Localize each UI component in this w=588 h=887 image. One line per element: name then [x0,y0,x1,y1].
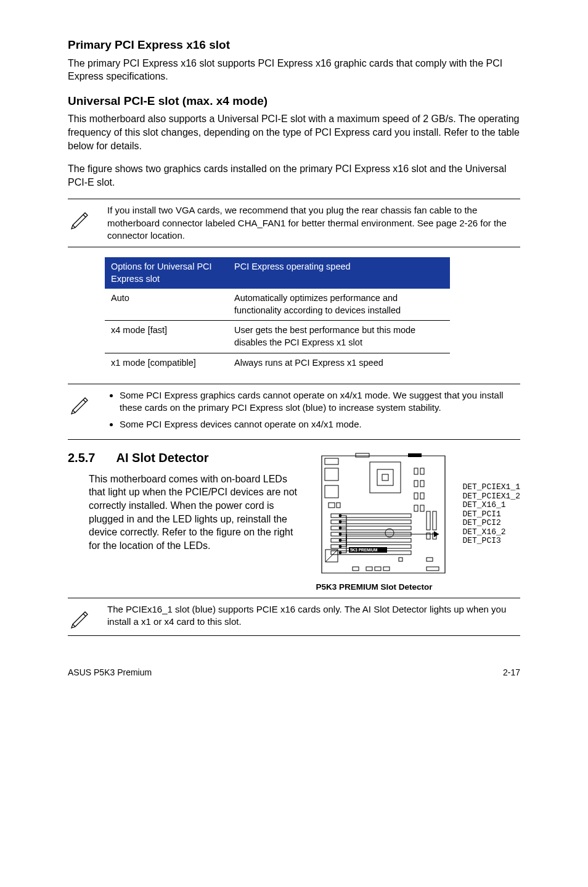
svg-rect-43 [383,567,390,571]
note-text-vga: If you install two VGA cards, we recomme… [107,204,518,242]
diagram-board-model-label: 5K3 PREMIUM [350,548,377,552]
svg-rect-40 [353,567,359,571]
note-text-pciex16-1: The PCIEx16_1 slot (blue) supports PCIE … [107,603,518,630]
svg-rect-15 [337,503,340,508]
table-cell-speed: User gets the best performance but this … [228,321,450,353]
note-bullet: Some PCI Express graphics cards cannot o… [120,389,518,415]
table-row: x1 mode [compatible] Always runs at PCI … [105,353,450,373]
pencil-icon [68,389,95,434]
svg-rect-6 [420,481,424,487]
options-table: Options for Universal PCI Express slot P… [105,257,450,373]
table-cell-option: Auto [105,289,228,321]
svg-rect-14 [329,503,335,508]
svg-rect-10 [420,505,424,511]
svg-rect-44 [427,567,439,571]
svg-rect-3 [414,468,418,474]
footer-left: ASUS P5K3 Premium [68,667,152,679]
note-text-pcie-mode: Some PCI Express graphics cards cannot o… [107,389,518,434]
svg-rect-7 [414,493,418,499]
svg-rect-8 [420,493,424,499]
table-cell-speed: Always runs at PCI Express x1 speed [228,353,450,373]
svg-rect-32 [433,511,436,530]
svg-rect-31 [427,511,430,530]
table-row: x4 mode [fast] User gets the best perfor… [105,321,450,353]
paragraph-universal-p1: This motherboard also supports a Univers… [68,112,520,152]
section-heading-universal-pcie: Universal PCI-E slot (max. x4 mode) [68,93,520,109]
table-header-options: Options for Universal PCI Express slot [105,257,228,289]
svg-rect-13 [325,485,338,498]
paragraph-universal-p2: The figure shows two graphics cards inst… [68,162,520,189]
diagram-caption: P5K3 PREMIUM Slot Detector [316,582,520,593]
note-block-pciex16-1: The PCIEx16_1 slot (blue) supports PCIE … [68,598,520,636]
diagram-callout-labels: DET_PCIEX1_1 DET_PCIEX1_2 DET_X16_1 DET_… [462,483,520,546]
table-row: Auto Automatically optimizes performance… [105,289,450,321]
section-title-ai-slot: AI Slot Detector [116,450,208,466]
svg-rect-9 [414,505,418,511]
svg-rect-46 [408,453,422,457]
svg-rect-12 [325,468,338,481]
table-header-speed: PCI Express operating speed [228,257,450,289]
svg-rect-45 [356,453,369,457]
svg-rect-1 [377,469,393,485]
paragraph-primary-pciex16: The primary PCI Express x16 slot support… [68,57,520,83]
pencil-icon [68,603,95,630]
svg-rect-36 [399,558,402,561]
svg-rect-0 [370,462,401,493]
section-heading-primary-pciex16: Primary PCI Express x16 slot [68,37,520,53]
svg-rect-4 [420,468,424,474]
paragraph-ai-slot: This motherboard comes with on-board LED… [68,472,304,553]
svg-line-39 [325,550,338,562]
section-number: 2.5.7 [68,450,95,466]
svg-rect-41 [366,567,372,571]
motherboard-diagram: 5K3 PREMIUM [316,450,457,579]
note-block-vga: If you install two VGA cards, we recomme… [68,199,520,247]
table-cell-option: x1 mode [compatible] [105,353,228,373]
svg-rect-42 [375,567,381,571]
pencil-icon [68,204,95,242]
table-cell-speed: Automatically optimizes performance and … [228,289,450,321]
table-cell-option: x4 mode [fast] [105,321,228,353]
footer-page-number: 2-17 [503,667,520,679]
svg-rect-5 [414,481,418,487]
svg-rect-2 [382,474,388,481]
note-block-pcie-mode: Some PCI Express graphics cards cannot o… [68,384,520,440]
svg-rect-35 [427,558,433,561]
note-bullet: Some PCI Express devices cannot operate … [120,418,518,431]
svg-rect-11 [325,458,338,464]
